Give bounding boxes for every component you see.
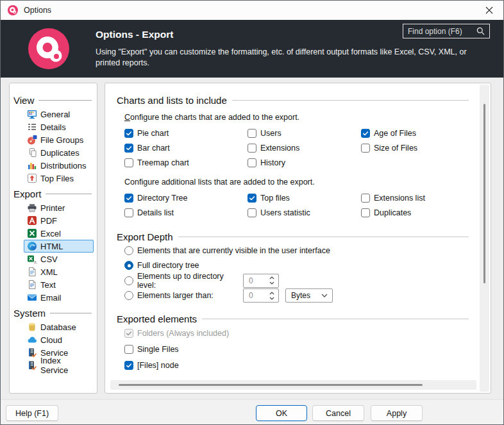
arrow-up-icon — [27, 173, 37, 183]
checkbox-single-files[interactable]: Single Files — [124, 341, 469, 357]
horizontal-scrollbar-thumb[interactable] — [119, 384, 423, 386]
charts-caption: Configure the charts that are added to t… — [124, 113, 469, 123]
group-heading-charts: Charts and lists to include — [117, 94, 469, 106]
apply-button[interactable]: Apply — [371, 405, 423, 421]
radio-icon — [124, 261, 133, 270]
index-service-icon — [27, 360, 37, 371]
printer-icon — [27, 203, 37, 213]
radio-icon — [124, 291, 133, 300]
sidebar-item-text[interactable]: Text — [24, 278, 94, 291]
spinner-arrows-icon[interactable] — [269, 276, 278, 285]
checkbox-details-list[interactable]: Details list — [124, 205, 248, 220]
checkbox-pie-chart[interactable]: Pie chart — [124, 126, 248, 140]
brand-logo — [28, 28, 69, 69]
checkbox-directory-tree[interactable]: Directory Tree — [124, 190, 248, 205]
sidebar-section-view: View — [13, 94, 94, 106]
checkbox-age-of-files[interactable]: Age of Files — [361, 126, 469, 140]
close-button[interactable] — [475, 1, 503, 20]
horizontal-scrollbar[interactable] — [110, 380, 476, 390]
checkbox-files-node[interactable]: [Files] node — [124, 357, 469, 373]
radio-icon — [124, 276, 133, 285]
sidebar-item-email[interactable]: Email — [24, 291, 94, 304]
help-button[interactable]: Help (F1) — [6, 405, 58, 421]
monitor-icon — [27, 109, 37, 119]
sidebar-item-cloud[interactable]: Cloud — [24, 333, 94, 346]
directory-level-spinner[interactable]: 0 — [243, 274, 279, 288]
sidebar-section-export: Export — [13, 187, 94, 200]
checkbox-size-of-files[interactable]: Size of Files — [361, 140, 469, 155]
sidebar-item-html[interactable]: HTML — [24, 240, 94, 253]
checkbox-treemap-chart[interactable]: Treemap chart — [124, 155, 248, 170]
checkbox-icon — [248, 144, 256, 153]
checkbox-icon — [361, 144, 370, 153]
radio-elements-up-to-level[interactable]: Elements up to directory level: 0 — [124, 273, 469, 288]
radio-elements-larger-than[interactable]: Elements larger than: 0 Bytes — [124, 288, 469, 304]
excel-icon — [27, 228, 37, 238]
list-icon — [27, 122, 37, 132]
sidebar-item-general[interactable]: General — [24, 108, 94, 121]
sidebar-item-details[interactable]: Details — [24, 121, 94, 133]
sidebar-item-xml[interactable]: XML — [24, 265, 94, 278]
page-description: Using "Export" you can customize the for… — [96, 47, 483, 69]
edge-browser-icon — [27, 241, 37, 251]
sidebar-item-csv[interactable]: a, CSV — [24, 253, 94, 265]
checkbox-top-files[interactable]: Top files — [248, 190, 361, 205]
ok-button[interactable]: OK — [256, 405, 307, 421]
find-option-box[interactable] — [403, 24, 490, 38]
app-logo-icon — [8, 5, 18, 15]
unit-dropdown[interactable]: Bytes — [285, 288, 333, 303]
vertical-scrollbar-thumb[interactable] — [483, 104, 485, 283]
checkbox-users[interactable]: Users — [248, 126, 361, 140]
options-sidebar: View General Details — [9, 83, 97, 394]
group-heading-export-depth: Export Depth — [117, 230, 469, 243]
checkbox-icon — [248, 194, 256, 203]
checkbox-icon — [124, 345, 133, 354]
checkbox-icon — [248, 129, 256, 138]
search-icon — [476, 27, 485, 35]
sidebar-item-printer[interactable]: Printer — [24, 201, 94, 214]
checkbox-icon — [124, 208, 133, 217]
sidebar-item-top-files[interactable]: Top Files — [24, 172, 94, 185]
lists-checkbox-grid: Directory Tree Details list Top files Us… — [124, 190, 469, 220]
find-option-input[interactable] — [408, 27, 476, 36]
email-icon — [27, 292, 37, 303]
cancel-button[interactable]: Cancel — [312, 405, 364, 421]
radio-visible-elements[interactable]: Elements that are currently visible in t… — [124, 243, 469, 258]
checkbox-extensions[interactable]: Extensions — [248, 140, 361, 155]
checkbox-icon — [124, 194, 133, 203]
size-threshold-spinner[interactable]: 0 — [243, 288, 279, 303]
checkbox-icon — [124, 144, 133, 153]
checkbox-icon — [248, 208, 256, 217]
sidebar-item-distributions[interactable]: Distributions — [24, 159, 94, 172]
radio-full-directory-tree[interactable]: Full directory tree — [124, 258, 469, 274]
options-content-panel: Charts and lists to include Configure th… — [105, 83, 491, 394]
checkbox-history[interactable]: History — [248, 155, 361, 170]
radio-icon — [124, 246, 133, 255]
checkbox-users-statistic[interactable]: Users statistic — [248, 205, 361, 220]
lists-caption: Configure additional lists that are adde… — [124, 178, 469, 188]
checkbox-bar-chart[interactable]: Bar chart — [124, 140, 248, 155]
sidebar-item-pdf[interactable]: PDF — [24, 214, 94, 227]
close-icon — [485, 6, 493, 14]
service-icon — [27, 347, 37, 358]
vertical-scrollbar[interactable] — [480, 85, 489, 392]
checkbox-duplicates[interactable]: Duplicates — [361, 205, 469, 220]
database-icon — [27, 322, 37, 332]
charts-checkbox-grid: Pie chart Bar chart Treemap chart Users — [124, 126, 469, 170]
sidebar-item-file-groups[interactable]: File Groups — [24, 133, 94, 146]
chevron-down-icon — [321, 294, 328, 297]
copies-icon — [27, 147, 37, 158]
csv-icon: a, — [27, 254, 37, 264]
sidebar-item-index-service[interactable]: Index Service — [24, 359, 94, 372]
sidebar-item-excel[interactable]: Excel — [24, 227, 94, 240]
checkbox-icon — [361, 194, 370, 203]
checkbox-extensions-list[interactable]: Extensions list — [361, 190, 469, 205]
title-bar: Options — [1, 1, 503, 20]
checkbox-icon — [124, 129, 133, 138]
spinner-arrows-icon[interactable] — [269, 292, 278, 300]
sidebar-item-duplicates[interactable]: Duplicates — [24, 146, 94, 159]
page-title: Options - Export — [96, 29, 173, 40]
window-title: Options — [24, 6, 51, 15]
sidebar-item-database[interactable]: Database — [24, 321, 94, 333]
checkbox-icon — [361, 129, 370, 138]
